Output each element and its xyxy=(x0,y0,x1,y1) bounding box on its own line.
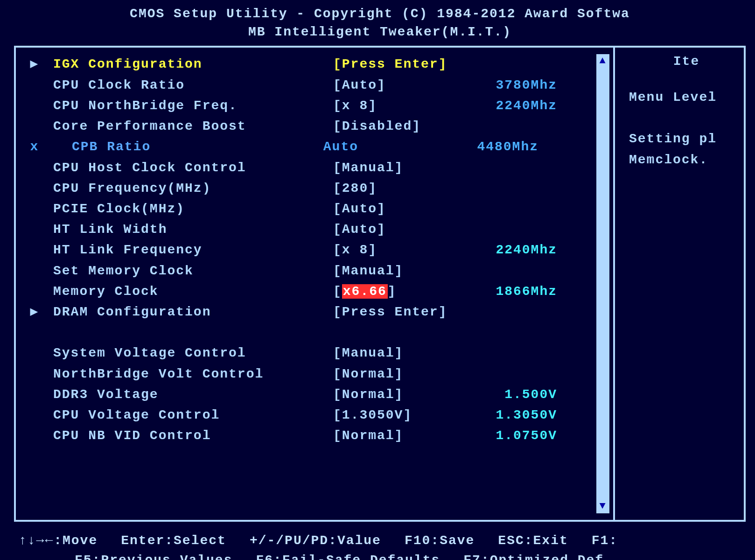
setting-row[interactable]: HT Link Frequency[x 8]2240Mhz xyxy=(16,240,613,260)
setting-value[interactable]: [Auto] xyxy=(333,199,464,219)
setting-value[interactable]: [Normal] xyxy=(333,364,464,385)
setting-value[interactable]: [Auto] xyxy=(333,75,464,96)
setting-readout: 4480Mhz xyxy=(445,137,538,157)
setting-value[interactable]: [1.3050V] xyxy=(333,405,464,426)
help-line-3: Memclock. xyxy=(629,150,744,171)
hint-optimized: F7:Optimized Def xyxy=(463,551,627,560)
scrollbar[interactable]: ▲ ▼ xyxy=(596,54,609,513)
hint-prev: F5:Previous Values xyxy=(75,551,256,560)
setting-value[interactable]: [x6.66] xyxy=(333,281,464,302)
disabled-x-icon: x xyxy=(16,137,53,157)
highlighted-value[interactable]: x6.66 xyxy=(342,284,388,299)
setting-row[interactable]: CPU Host Clock Control[Manual] xyxy=(16,158,613,178)
setting-label: CPU Host Clock Control xyxy=(53,158,333,178)
setting-row[interactable]: NorthBridge Volt Control[Normal] xyxy=(16,364,613,385)
setting-readout: 1.0750V xyxy=(464,426,557,446)
hint-value: +/-/PU/PD:Value xyxy=(250,531,405,551)
hint-save: F10:Save xyxy=(405,531,498,551)
setting-value[interactable]: [x 8] xyxy=(333,240,464,260)
setting-label: CPU NB VID Control xyxy=(53,426,333,446)
setting-label: Memory Clock xyxy=(53,281,333,302)
setting-readout: 3780Mhz xyxy=(464,75,557,96)
footer-hints: ↑↓→←:Move Enter:Select +/-/PU/PD:Value F… xyxy=(14,522,746,560)
scroll-track[interactable] xyxy=(596,66,609,501)
setting-label: IGX Configuration xyxy=(53,54,333,75)
main-panel: ▶IGX Configuration[Press Enter]CPU Clock… xyxy=(16,48,613,520)
blank-row xyxy=(16,322,613,343)
setting-label: Core Performance Boost xyxy=(53,116,333,137)
setting-value[interactable]: [Press Enter] xyxy=(333,54,464,75)
setting-label: HT Link Width xyxy=(53,219,333,240)
setting-readout: 2240Mhz xyxy=(464,240,557,260)
hint-move: ↑↓→←:Move xyxy=(19,531,121,551)
setting-value[interactable]: [Normal] xyxy=(333,426,464,446)
setting-readout: 2240Mhz xyxy=(464,96,557,116)
setting-row[interactable]: CPU Clock Ratio[Auto]3780Mhz xyxy=(16,75,613,96)
hint-exit: ESC:Exit xyxy=(498,531,591,551)
setting-label: CPU NorthBridge Freq. xyxy=(53,96,333,116)
setting-value[interactable]: [Auto] xyxy=(333,219,464,240)
setting-label: DDR3 Voltage xyxy=(53,385,333,405)
setting-row[interactable]: ▶DRAM Configuration[Press Enter] xyxy=(16,302,613,322)
setting-label: PCIE Clock(MHz) xyxy=(53,199,333,219)
setting-readout: 1.500V xyxy=(464,385,557,405)
setting-row[interactable]: CPU Voltage Control[1.3050V]1.3050V xyxy=(16,405,613,426)
setting-value[interactable]: Auto xyxy=(315,137,445,157)
setting-label: CPU Clock Ratio xyxy=(53,75,333,96)
submenu-arrow-icon: ▶ xyxy=(16,54,53,75)
setting-value[interactable]: [Manual] xyxy=(333,343,464,364)
setting-value[interactable]: [Manual] xyxy=(333,158,464,178)
setting-label: CPU Frequency(MHz) xyxy=(53,178,333,199)
bracket-open: [ xyxy=(333,284,342,299)
setting-readout: 1866Mhz xyxy=(464,281,557,302)
setting-value[interactable]: [Manual] xyxy=(333,261,464,281)
help-panel: Ite Menu Level Setting pl Memclock. xyxy=(613,48,744,520)
header-line-2: MB Intelligent Tweaker(M.I.T.) xyxy=(14,23,746,41)
scroll-down-icon[interactable]: ▼ xyxy=(599,501,606,511)
bios-header: CMOS Setup Utility - Copyright (C) 1984-… xyxy=(14,5,746,41)
setting-row[interactable]: System Voltage Control[Manual] xyxy=(16,343,613,364)
setting-row[interactable]: Memory Clock[x6.66]1866Mhz xyxy=(16,281,613,302)
setting-readout: 1.3050V xyxy=(464,405,557,426)
setting-value[interactable]: [Press Enter] xyxy=(333,302,464,322)
setting-value[interactable]: [x 8] xyxy=(333,96,464,116)
setting-label: System Voltage Control xyxy=(53,343,333,364)
setting-value[interactable]: [Normal] xyxy=(333,385,464,405)
help-line-2: Setting pl xyxy=(629,129,744,150)
setting-row[interactable]: ▶IGX Configuration[Press Enter] xyxy=(16,54,613,75)
setting-value[interactable]: [280] xyxy=(333,178,464,199)
setting-row[interactable]: HT Link Width[Auto] xyxy=(16,219,613,240)
setting-row[interactable]: Core Performance Boost[Disabled] xyxy=(16,116,613,137)
hint-select: Enter:Select xyxy=(121,531,250,551)
hint-f1: F1: xyxy=(592,531,641,551)
bracket-close: ] xyxy=(388,284,397,299)
hint-failsafe: F6:Fail-Safe Defaults xyxy=(256,551,463,560)
setting-label: NorthBridge Volt Control xyxy=(53,364,333,385)
setting-row[interactable]: DDR3 Voltage[Normal]1.500V xyxy=(16,385,613,405)
help-title: Ite xyxy=(629,54,744,69)
header-line-1: CMOS Setup Utility - Copyright (C) 1984-… xyxy=(14,5,746,23)
setting-label: HT Link Frequency xyxy=(53,240,333,260)
setting-label: CPU Voltage Control xyxy=(53,405,333,426)
setting-row[interactable]: CPU NorthBridge Freq.[x 8]2240Mhz xyxy=(16,96,613,116)
setting-row[interactable]: Set Memory Clock[Manual] xyxy=(16,261,613,281)
setting-label: DRAM Configuration xyxy=(53,302,333,322)
setting-label: Set Memory Clock xyxy=(53,261,333,281)
scroll-up-icon[interactable]: ▲ xyxy=(599,56,606,66)
setting-value[interactable]: [Disabled] xyxy=(333,116,464,137)
setting-row[interactable]: PCIE Clock(MHz)[Auto] xyxy=(16,199,613,219)
setting-row[interactable]: CPU NB VID Control[Normal]1.0750V xyxy=(16,426,613,446)
setting-label: CPB Ratio xyxy=(53,137,315,157)
help-line-1: Menu Level xyxy=(629,87,744,108)
submenu-arrow-icon: ▶ xyxy=(16,302,53,322)
setting-row[interactable]: CPU Frequency(MHz)[280] xyxy=(16,178,613,199)
bios-frame: ▶IGX Configuration[Press Enter]CPU Clock… xyxy=(14,46,746,522)
setting-row[interactable]: xCPB Ratio Auto4480Mhz xyxy=(16,137,613,157)
